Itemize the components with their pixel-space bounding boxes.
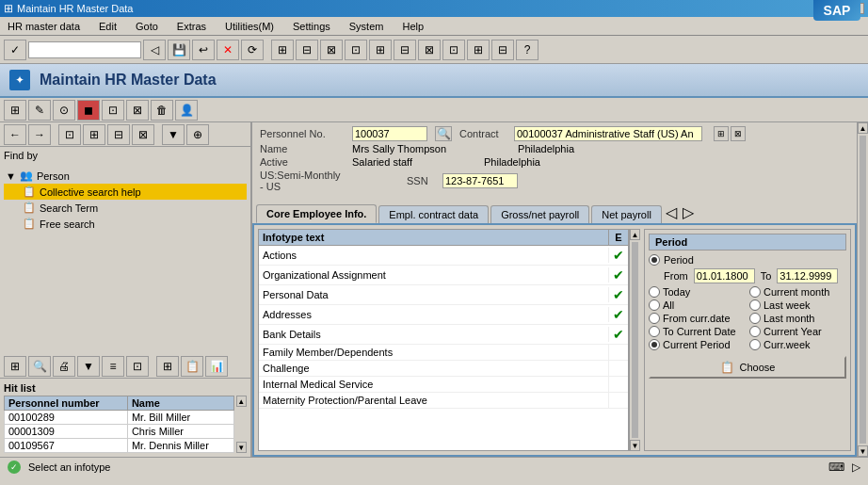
infotype-row-4[interactable]: Addresses ✔ [259, 305, 628, 325]
infotype-row-5[interactable]: Bank Details ✔ [259, 325, 628, 345]
tab-prev-arrow[interactable]: ◁ [664, 202, 679, 223]
left-tb-filter[interactable]: ▼ [162, 124, 185, 145]
radio-curr-week[interactable] [749, 286, 761, 298]
left-tb-btn6[interactable]: ⊠ [132, 124, 154, 145]
menu-extras[interactable]: Extras [173, 19, 210, 34]
hl-tb-btn2[interactable]: 🔍 [28, 356, 51, 377]
toolbar-btn-help[interactable]: ? [516, 40, 538, 60]
tb2-btn-4[interactable]: ◼ [77, 100, 100, 121]
infotype-row-8[interactable]: Internal Medical Service [259, 377, 628, 393]
main-scroll-up[interactable]: ▲ [858, 122, 868, 134]
toolbar-btn-5[interactable]: ⊞ [369, 40, 392, 60]
left-tb-btn4[interactable]: ⊞ [83, 124, 105, 145]
tb2-btn-7[interactable]: 🗑 [151, 100, 173, 121]
menu-help[interactable]: Help [398, 19, 427, 34]
radio-period[interactable] [649, 254, 660, 266]
toolbar-icon-check[interactable]: ✓ [4, 40, 26, 60]
infotype-row-3[interactable]: Personal Data ✔ [259, 285, 628, 305]
from-input[interactable] [694, 268, 755, 283]
toolbar-btn-4[interactable]: ⊡ [345, 40, 367, 60]
hl-tb-btn7[interactable]: ⊞ [156, 356, 179, 377]
to-input[interactable] [777, 268, 838, 283]
toolbar-btn-back[interactable]: ↩ [192, 40, 215, 60]
toolbar-btn-save[interactable]: 💾 [168, 40, 190, 60]
toolbar-btn-6[interactable]: ⊟ [394, 40, 416, 60]
radio-last-week[interactable] [749, 313, 761, 324]
hl-tb-btn4[interactable]: ▼ [77, 356, 100, 377]
tb2-btn-person[interactable]: 👤 [175, 100, 198, 121]
infotype-row-2[interactable]: Organizational Assignment ✔ [259, 266, 628, 285]
menu-system[interactable]: System [346, 19, 388, 34]
tree-search-term[interactable]: 📋 Search Term [4, 200, 247, 216]
tab-next-arrow[interactable]: ▷ [681, 202, 696, 223]
radio-last-month-label[interactable]: Current Year [749, 326, 846, 337]
tb2-btn-1[interactable]: ⊞ [4, 100, 26, 121]
hitlist-scroll-down[interactable]: ▼ [236, 442, 247, 453]
hit-list-row-1[interactable]: 00100289 Mr. Bill Miller [5, 411, 234, 425]
radio-today-label[interactable]: Today [649, 286, 746, 298]
radio-last-week-label[interactable]: Last month [749, 313, 846, 324]
tab-net-payroll[interactable]: Net payroll [591, 205, 662, 223]
toolbar-btn-1[interactable]: ⊞ [271, 40, 294, 60]
radio-all[interactable] [649, 299, 660, 311]
hl-tb-btn6[interactable]: ⊡ [126, 356, 149, 377]
radio-current-year[interactable] [749, 339, 761, 350]
tree-free-search[interactable]: 📋 Free search [4, 216, 247, 232]
tab-empl-contract-data[interactable]: Empl. contract data [378, 205, 489, 223]
main-scroll-thumb[interactable] [860, 136, 866, 444]
personnel-no-input[interactable] [352, 126, 427, 141]
menu-edit[interactable]: Edit [95, 19, 121, 34]
infotype-row-1[interactable]: Actions ✔ [259, 246, 628, 266]
personnel-no-search-btn[interactable]: 🔍 [435, 126, 452, 141]
radio-last-month[interactable] [749, 326, 761, 337]
infotype-row-9[interactable]: Maternity Protection/Parental Leave [259, 393, 628, 409]
left-tb-btn3[interactable]: ⊡ [58, 124, 81, 145]
radio-current-month[interactable] [749, 299, 761, 311]
toolbar-btn-refresh[interactable]: ⟳ [241, 40, 264, 60]
toolbar-btn-stop[interactable]: ✕ [217, 40, 239, 60]
radio-current-period-label[interactable]: Current Period [649, 339, 746, 350]
radio-to-current-date-label[interactable]: To Current Date [649, 326, 746, 337]
left-tb-btn5[interactable]: ⊟ [107, 124, 130, 145]
hl-tb-chart[interactable]: 📊 [205, 356, 228, 377]
main-scroll-down[interactable]: ▼ [858, 445, 868, 457]
hitlist-scroll-up[interactable]: ▲ [236, 396, 247, 407]
left-tb-expand[interactable]: ⊕ [186, 124, 209, 145]
toolbar-btn-2[interactable]: ⊟ [296, 40, 318, 60]
hl-tb-btn5[interactable]: ≡ [102, 356, 124, 377]
radio-all-label[interactable]: All [649, 299, 746, 311]
radio-current-period[interactable] [649, 339, 660, 350]
infotype-scroll-up[interactable]: ▲ [630, 229, 640, 240]
menu-utilities[interactable]: Utilities(M) [221, 19, 278, 34]
toolbar-btn-7[interactable]: ⊠ [418, 40, 441, 60]
contract-btn1[interactable]: ⊞ [714, 126, 729, 141]
tab-gross-net-payroll[interactable]: Gross/net payroll [490, 205, 589, 223]
tb2-btn-5[interactable]: ⊡ [102, 100, 124, 121]
tb2-btn-2[interactable]: ✎ [28, 100, 51, 121]
radio-current-year-label[interactable]: Curr.week [749, 339, 846, 350]
tb2-btn-3[interactable]: ⊙ [53, 100, 75, 121]
toolbar-btn-3[interactable]: ⊠ [320, 40, 343, 60]
toolbar-btn-9[interactable]: ⊞ [467, 40, 490, 60]
hl-tb-btn3[interactable]: 🖨 [53, 356, 75, 377]
toolbar-btn-8[interactable]: ⊡ [442, 40, 465, 60]
hit-list-row-2[interactable]: 00001309 Chris Miller [5, 425, 234, 439]
radio-curr-week-label[interactable]: Current month [749, 286, 846, 298]
left-tb-back[interactable]: ← [4, 124, 26, 145]
left-tb-forward[interactable]: → [28, 124, 51, 145]
radio-current-month-label[interactable]: Last week [749, 299, 846, 311]
contract-btn2[interactable]: ⊠ [731, 126, 746, 141]
infotype-row-7[interactable]: Challenge [259, 361, 628, 377]
radio-from-curr-date-label[interactable]: From curr.date [649, 313, 746, 324]
hl-tb-btn8[interactable]: 📋 [181, 356, 203, 377]
infotype-scroll-down[interactable]: ▼ [630, 440, 640, 451]
infotype-scroll-thumb[interactable] [632, 242, 638, 438]
hl-tb-btn1[interactable]: ⊞ [4, 356, 26, 377]
tree-person-root[interactable]: ▼ 👥 Person [4, 168, 247, 184]
radio-to-current-date[interactable] [649, 326, 660, 337]
ssn-input[interactable] [442, 173, 518, 188]
tb2-btn-6[interactable]: ⊠ [126, 100, 149, 121]
toolbar-search-input[interactable] [28, 41, 141, 58]
radio-today[interactable] [649, 286, 660, 298]
contract-input[interactable] [514, 126, 702, 141]
